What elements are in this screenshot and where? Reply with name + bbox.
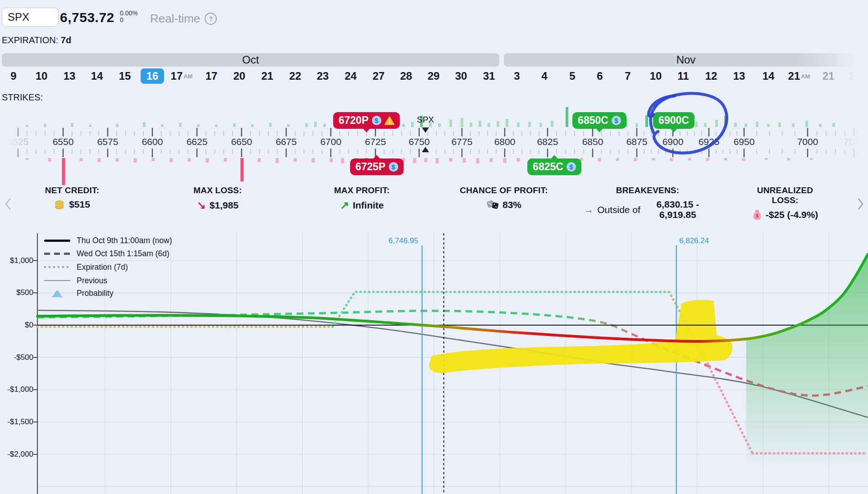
date-option-15[interactable]: 15 bbox=[113, 68, 137, 84]
date-option-10[interactable]: 10 bbox=[644, 68, 667, 84]
legend-item-expiration[interactable]: Expiration (7d) bbox=[44, 261, 128, 273]
legend-swatch-previous bbox=[44, 280, 70, 281]
svg-text:6675: 6675 bbox=[276, 136, 297, 147]
strike-badge-6725p[interactable]: 6725P$ bbox=[350, 159, 404, 175]
price-marker-label-right: 6,826.24 bbox=[679, 236, 709, 245]
legend-item-6d[interactable]: Wed Oct 15th 1:15am (6d) bbox=[44, 248, 169, 259]
app-root: 6525655065756600662566506675670067256750… bbox=[0, 0, 868, 494]
date-option-17-am[interactable]: 17AM bbox=[170, 68, 193, 84]
date-option-16[interactable]: 16 bbox=[141, 68, 164, 84]
net-credit-label: NET CREDIT: bbox=[45, 186, 99, 195]
date-option-23[interactable]: 23 bbox=[311, 68, 334, 84]
date-option-10[interactable]: 10 bbox=[30, 68, 53, 84]
stat-chance-of-profit: CHANCE OF PROFIT: 83% bbox=[460, 186, 548, 210]
svg-text:6950: 6950 bbox=[734, 136, 755, 147]
legend-label-previous: Previous bbox=[77, 276, 107, 286]
date-option-17[interactable]: 17 bbox=[200, 68, 223, 84]
svg-text:$: $ bbox=[756, 213, 758, 218]
y-axis-label: -$1,000 bbox=[2, 385, 33, 394]
expiration-label: EXPIRATION: bbox=[2, 35, 58, 45]
date-option-24[interactable]: 24 bbox=[339, 68, 362, 84]
strike-badge-label: 6825C bbox=[533, 161, 563, 173]
legend-swatch-6d bbox=[44, 253, 70, 255]
arrow-right-icon: → bbox=[584, 204, 594, 215]
strikes-section-label: STRIKES: bbox=[2, 92, 43, 103]
legend-item-now[interactable]: Thu Oct 9th 11:00am (now) bbox=[44, 235, 172, 246]
max-loss-label: MAX LOSS: bbox=[193, 186, 242, 195]
ticker-input[interactable] bbox=[2, 8, 59, 27]
date-option-14[interactable]: 14 bbox=[85, 68, 109, 84]
svg-text:SPX: SPX bbox=[417, 115, 434, 124]
breakevens-label: BREAKEVENS: bbox=[580, 186, 715, 195]
strike-badge-6720p[interactable]: 6720P$ bbox=[333, 112, 400, 129]
stat-unrealized-loss: UNREALIZED LOSS: $ -$25 (-4.9%) bbox=[744, 186, 827, 221]
right-fade-overlay bbox=[833, 41, 868, 183]
expiration-row: EXPIRATION: 7d bbox=[2, 35, 71, 45]
date-option-12[interactable]: 12 bbox=[699, 68, 723, 84]
date-option-22[interactable]: 22 bbox=[283, 68, 307, 84]
arrow-down-right-icon: ↘ bbox=[197, 199, 206, 212]
legend-item-previous[interactable]: Previous bbox=[44, 275, 107, 286]
date-option-20[interactable]: 20 bbox=[228, 68, 251, 84]
dollar-icon: $ bbox=[566, 162, 576, 172]
strike-badge-label: 6900C bbox=[658, 114, 689, 127]
chance-of-profit-label: CHANCE OF PROFIT: bbox=[460, 186, 548, 195]
dollar-icon: $ bbox=[388, 162, 398, 172]
strike-badge-label: 6720P bbox=[338, 114, 369, 127]
date-option-11[interactable]: 11 bbox=[672, 68, 695, 84]
y-axis-label: $500 bbox=[2, 288, 33, 297]
ticker-price: 6,753.72 bbox=[60, 10, 114, 25]
help-icon[interactable]: ? bbox=[205, 13, 217, 25]
date-option-21[interactable]: 21 bbox=[256, 68, 279, 84]
legend-label-probability: Probability bbox=[77, 289, 114, 298]
legend-label-6d: Wed Oct 15th 1:15am (6d) bbox=[77, 249, 169, 258]
date-option-28[interactable]: 28 bbox=[394, 68, 418, 84]
svg-text:6800: 6800 bbox=[494, 136, 516, 147]
svg-text:6625: 6625 bbox=[187, 136, 208, 147]
stat-max-profit: MAX PROFIT: ↗ Infinite bbox=[334, 186, 390, 212]
legend-item-probability[interactable]: Probability bbox=[44, 287, 114, 299]
y-axis-label: -$500 bbox=[2, 353, 33, 362]
stats-next-arrow[interactable] bbox=[856, 197, 865, 211]
left-fade-overlay bbox=[0, 106, 29, 164]
svg-text:6875: 6875 bbox=[626, 136, 648, 147]
badge-pointer bbox=[596, 128, 603, 132]
change-absolute: 0 bbox=[120, 17, 138, 23]
date-option-30[interactable]: 30 bbox=[449, 68, 473, 84]
svg-text:6700: 6700 bbox=[320, 136, 342, 147]
strike-badge-6825c[interactable]: 6825C$ bbox=[527, 159, 581, 175]
date-option-6[interactable]: 6 bbox=[588, 68, 612, 84]
realtime-text: Real-time bbox=[150, 12, 200, 26]
date-option-4[interactable]: 4 bbox=[533, 68, 556, 84]
date-option-13[interactable]: 13 bbox=[727, 68, 751, 84]
date-option-3[interactable]: 3 bbox=[505, 68, 529, 84]
max-loss-value: $1,985 bbox=[210, 200, 238, 211]
date-option-9[interactable]: 9 bbox=[2, 68, 25, 84]
date-option-13[interactable]: 13 bbox=[58, 68, 81, 84]
date-option-27[interactable]: 27 bbox=[367, 68, 390, 84]
svg-text:6725: 6725 bbox=[365, 136, 386, 147]
date-option-29[interactable]: 29 bbox=[422, 68, 445, 84]
date-option-14[interactable]: 14 bbox=[757, 68, 780, 84]
month-header-nov: Nov bbox=[504, 53, 868, 67]
legend-label-now: Thu Oct 9th 11:00am (now) bbox=[77, 236, 172, 245]
svg-text:6550: 6550 bbox=[53, 136, 74, 147]
change-percent: 0.00% bbox=[120, 10, 138, 17]
date-option-21-am[interactable]: 21AM bbox=[787, 68, 811, 84]
strike-badge-6850c[interactable]: 6850C$ bbox=[572, 112, 626, 129]
svg-text:6600: 6600 bbox=[142, 136, 163, 147]
y-axis-label: -$1,500 bbox=[2, 417, 33, 426]
svg-text:6850: 6850 bbox=[582, 136, 603, 147]
unrealized-loss-label: UNREALIZED LOSS: bbox=[744, 186, 827, 205]
warning-icon bbox=[384, 116, 394, 125]
date-option-7[interactable]: 7 bbox=[616, 68, 640, 84]
strike-badge-label: 6850C bbox=[578, 114, 608, 127]
strike-badge-6900c[interactable]: 6900C bbox=[653, 112, 694, 129]
date-option-31[interactable]: 31 bbox=[477, 68, 501, 84]
net-credit-value: $515 bbox=[69, 199, 90, 210]
dice-icon bbox=[486, 199, 499, 210]
dollar-icon: $ bbox=[372, 116, 381, 125]
date-option-5[interactable]: 5 bbox=[561, 68, 584, 84]
stats-prev-arrow[interactable] bbox=[4, 197, 13, 211]
svg-text:6825: 6825 bbox=[537, 136, 558, 147]
